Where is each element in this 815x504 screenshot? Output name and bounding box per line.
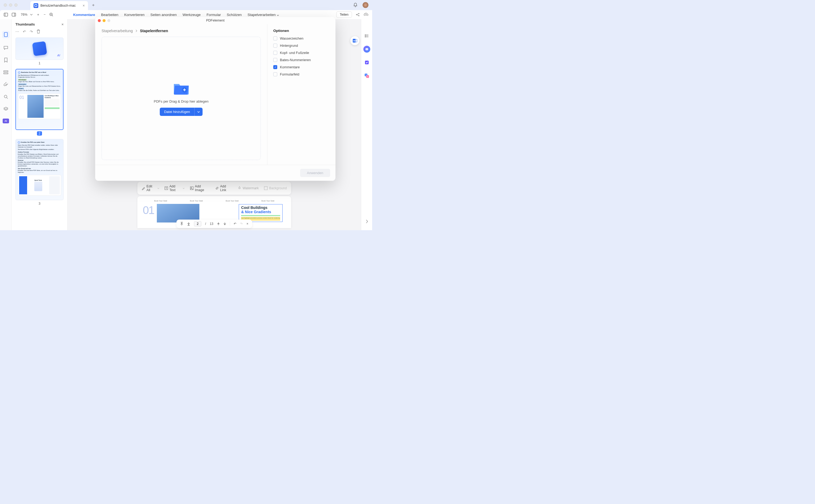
titlebar: Benutzerhandbuch-mac × ＋ xyxy=(0,0,372,10)
page-input[interactable] xyxy=(194,221,201,226)
export-word-badge[interactable]: W xyxy=(350,36,359,45)
tab-schuetzen[interactable]: Schützen xyxy=(227,12,242,17)
modal-footer: Anwenden xyxy=(95,165,335,181)
search-rail-icon[interactable] xyxy=(3,94,9,99)
minimize-window-icon[interactable] xyxy=(9,3,12,7)
add-image-button[interactable]: Add Image xyxy=(190,184,210,192)
thumbnails-rail-icon[interactable] xyxy=(2,31,10,38)
thumbnail-page-2[interactable]: Bearbeiten Sie Ihre PDF wie in Word Die … xyxy=(15,69,64,135)
add-link-button[interactable]: Add Link xyxy=(215,184,232,192)
redo-icon[interactable]: ↷ xyxy=(240,222,243,226)
ai-rail-icon[interactable]: AI xyxy=(3,119,9,123)
option-formularfeld[interactable]: Formularfeld xyxy=(273,72,330,76)
bell-icon[interactable] xyxy=(353,3,358,7)
thumbnails-title: Thumbnails xyxy=(15,22,35,26)
thumbnails-toolbar: ⋯ ↶ ↷ xyxy=(12,28,67,36)
tab-werkzeuge[interactable]: Werkzeuge xyxy=(183,12,201,17)
svg-point-24 xyxy=(367,49,368,49)
watermark-button[interactable]: Watermark xyxy=(238,186,259,190)
modal-titlebar: PDFelement xyxy=(95,17,335,24)
bookmarks-rail-icon[interactable] xyxy=(3,57,9,63)
tab-formular[interactable]: Formular xyxy=(207,12,221,17)
thumbnails-panel: Thumbnails × ⋯ ↶ ↷ AI 1 Bearbeiten Sie I… xyxy=(12,19,68,230)
properties-icon[interactable] xyxy=(363,32,370,39)
apply-button[interactable]: Anwenden xyxy=(300,169,330,177)
text-selection[interactable]: Cool Buildings & Nice Gradients text hig… xyxy=(239,204,283,222)
next-page-icon[interactable] xyxy=(223,222,226,225)
add-file-split-button: Datei hinzufügen xyxy=(160,108,203,116)
add-file-dropdown[interactable] xyxy=(194,108,203,116)
fit-page-icon[interactable] xyxy=(49,12,53,17)
modal-options: Optionen Wasserzeichen Hintergrund Kopf-… xyxy=(267,24,335,165)
edit-all-button[interactable]: Edit All xyxy=(142,184,159,192)
comments-rail-icon[interactable] xyxy=(3,45,9,51)
folder-add-icon xyxy=(173,81,190,95)
edit-toolbar: Edit All Add Text Add Image Add Link Wat… xyxy=(137,182,291,195)
cloud-upload-icon[interactable] xyxy=(364,12,368,17)
attachments-rail-icon[interactable] xyxy=(3,82,9,87)
undo-icon[interactable]: ↶ xyxy=(234,222,236,226)
first-page-icon[interactable] xyxy=(180,222,183,226)
svg-rect-16 xyxy=(190,187,193,190)
prev-page-icon[interactable] xyxy=(217,222,220,225)
svg-text:文: 文 xyxy=(365,74,367,76)
tab-seiten[interactable]: Seiten anordnen xyxy=(150,12,177,17)
new-tab-button[interactable]: ＋ xyxy=(91,2,95,8)
close-pager-icon[interactable]: × xyxy=(246,222,248,226)
share-button[interactable]: Teilen xyxy=(336,11,352,18)
maximize-window-icon[interactable] xyxy=(14,3,18,7)
svg-text:W: W xyxy=(353,40,355,42)
svg-rect-12 xyxy=(4,71,8,72)
window-controls xyxy=(4,3,18,7)
thumbnail-page-3[interactable]: Erstellen Sie PDFs aus jeder Datei Wenn … xyxy=(15,139,64,205)
left-panel-toggle-icon[interactable] xyxy=(4,13,8,16)
tab-kommentare[interactable]: Kommentare xyxy=(73,12,95,17)
ai-assist-icon[interactable] xyxy=(363,46,370,53)
share-network-icon[interactable] xyxy=(356,12,360,17)
page-navigator: / 13 ↶ ↷ × xyxy=(177,220,252,228)
document-tab[interactable]: Benutzerhandbuch-mac × xyxy=(30,1,88,10)
fields-rail-icon[interactable] xyxy=(3,70,9,75)
add-file-button[interactable]: Datei hinzufügen xyxy=(160,108,194,116)
tab-bearbeiten[interactable]: Bearbeiten xyxy=(101,12,118,17)
tab-konvertieren[interactable]: Konvertieren xyxy=(124,12,145,17)
thumbnails-more-icon[interactable]: ⋯ xyxy=(15,30,19,34)
right-panel-toggle-icon[interactable] xyxy=(12,13,16,16)
breadcrumb-parent[interactable]: Stapelverarbeitung xyxy=(102,29,133,33)
option-kommentare[interactable]: Kommentare xyxy=(273,65,330,69)
chevron-right-icon xyxy=(136,30,137,32)
option-wasserzeichen[interactable]: Wasserzeichen xyxy=(273,36,330,40)
user-avatar[interactable] xyxy=(363,2,368,8)
svg-rect-11 xyxy=(4,32,7,37)
layers-rail-icon[interactable] xyxy=(3,106,9,112)
svg-rect-13 xyxy=(4,73,8,74)
zoom-in-icon[interactable]: ＋ xyxy=(36,12,40,17)
svg-rect-18 xyxy=(264,187,267,190)
option-kopf-fusszeile[interactable]: Kopf- und Fußzeile xyxy=(273,51,330,55)
close-window-icon[interactable] xyxy=(4,3,7,7)
delete-page-icon[interactable] xyxy=(37,30,40,34)
add-text-button[interactable]: Add Text xyxy=(165,184,185,192)
expand-icon[interactable] xyxy=(363,218,370,225)
pdfelement-icon xyxy=(33,3,38,8)
svg-rect-1 xyxy=(35,5,37,6)
right-rail: 文A xyxy=(361,19,372,230)
last-page-icon[interactable] xyxy=(187,222,190,226)
background-button[interactable]: Background xyxy=(264,186,287,190)
tab-close-icon[interactable]: × xyxy=(83,3,85,8)
drop-zone[interactable]: PDFs per Drag & Drop hier ablegen Datei … xyxy=(102,37,261,160)
translate-icon[interactable]: 文A xyxy=(363,72,370,79)
tab-stapel[interactable]: Stapelverarbeiten xyxy=(247,12,279,17)
option-bates[interactable]: Bates-Nummerieren xyxy=(273,58,330,62)
svg-rect-2 xyxy=(4,13,8,16)
thumbnail-page-1[interactable]: AI 1 xyxy=(15,37,64,65)
drop-zone-text: PDFs per Drag & Drop hier ablegen xyxy=(154,99,209,103)
rotate-left-icon[interactable]: ↶ xyxy=(23,30,26,34)
sign-icon[interactable] xyxy=(363,59,370,66)
zoom-out-icon[interactable]: − xyxy=(44,13,45,16)
zoom-level[interactable]: 76% xyxy=(21,13,33,16)
rotate-right-icon[interactable]: ↷ xyxy=(30,30,33,34)
thumbnails-close-icon[interactable]: × xyxy=(61,22,64,26)
modal-breadcrumb: Stapelverarbeitung Stapelentfernen xyxy=(102,29,261,33)
option-hintergrund[interactable]: Hintergrund xyxy=(273,44,330,48)
